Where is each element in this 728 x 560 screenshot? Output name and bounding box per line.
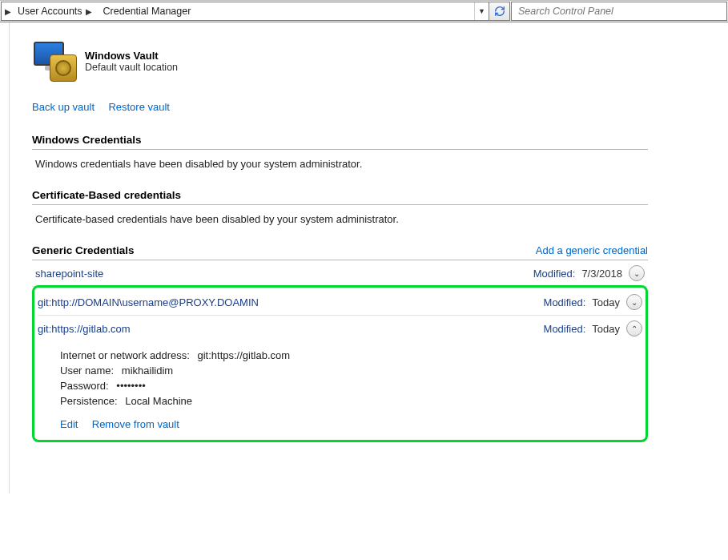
remove-credential-link[interactable]: Remove from vault [92, 418, 179, 430]
credential-actions: Edit Remove from vault [38, 410, 642, 430]
search-box[interactable] [511, 2, 727, 21]
section-generic-credentials: Generic Credentials Add a generic creden… [32, 244, 648, 442]
breadcrumb-parent[interactable]: User Accounts ▶ [11, 2, 97, 20]
refresh-button[interactable] [489, 2, 509, 20]
left-gutter [0, 22, 10, 494]
section-message: Certificate-based credentials have been … [32, 205, 648, 225]
modified-label: Modified: [544, 296, 586, 308]
credential-meta: Modified: Today ⌄ [544, 294, 642, 310]
vault-header-text: Windows Vault Default vault location [85, 50, 178, 73]
credential-name: git:http://DOMAIN\username@PROXY.DOAMIN [38, 296, 259, 308]
collapse-button[interactable]: ⌃ [626, 320, 642, 336]
detail-persistence-value: Local Machine [125, 395, 192, 407]
detail-password-label: Password: [60, 380, 109, 392]
credential-row-sharepoint[interactable]: sharepoint-site Modified: 7/3/2018 ⌄ [32, 260, 648, 287]
vault-links: Back up vault Restore vault [32, 101, 648, 113]
section-header: Generic Credentials Add a generic creden… [32, 244, 648, 260]
add-generic-credential-link[interactable]: Add a generic credential [536, 244, 648, 256]
chevron-down-icon: ⌄ [631, 298, 638, 307]
expand-button[interactable]: ⌄ [626, 294, 642, 310]
detail-user-value: mikhailidim [122, 365, 173, 377]
modified-value: 7/3/2018 [581, 268, 622, 280]
search-input[interactable] [512, 6, 726, 17]
section-title: Certificate-Based credentials [32, 189, 181, 201]
modified-value: Today [592, 296, 620, 308]
modified-label: Modified: [533, 268, 576, 280]
edit-credential-link[interactable]: Edit [60, 418, 78, 430]
vault-icon [32, 40, 77, 82]
main-content: Windows Vault Default vault location Bac… [10, 22, 680, 494]
highlighted-credentials-group: git:http://DOMAIN\username@PROXY.DOAMIN … [32, 285, 648, 442]
vault-subtitle: Default vault location [85, 62, 178, 73]
detail-persistence-label: Persistence: [60, 395, 118, 407]
section-windows-credentials: Windows Credentials Windows credentials … [32, 134, 648, 170]
section-certificate-credentials: Certificate-Based credentials Certificat… [32, 189, 648, 225]
credential-row-git-gitlab[interactable]: git:https://gitlab.com Modified: Today ⌃ [38, 316, 642, 341]
address-dropdown-button[interactable]: ▼ [474, 2, 489, 20]
chevron-down-icon: ⌄ [633, 269, 640, 278]
breadcrumb-current[interactable]: Credential Manager [97, 2, 196, 20]
chevron-right-icon: ▶ [5, 7, 11, 16]
detail-password-value: •••••••• [116, 380, 145, 392]
credential-row-git-proxy[interactable]: git:http://DOMAIN\username@PROXY.DOAMIN … [38, 289, 642, 316]
refresh-icon [494, 6, 505, 17]
credential-meta: Modified: 7/3/2018 ⌄ [533, 265, 645, 281]
section-header: Windows Credentials [32, 134, 648, 150]
breadcrumb-current-label: Credential Manager [103, 6, 191, 17]
section-title: Generic Credentials [32, 244, 135, 256]
vault-title: Windows Vault [85, 50, 178, 62]
restore-vault-link[interactable]: Restore vault [108, 101, 170, 113]
chevron-up-icon: ⌃ [631, 324, 638, 333]
vault-header: Windows Vault Default vault location [32, 40, 648, 82]
credential-name: sharepoint-site [35, 268, 103, 280]
breadcrumb-bar[interactable]: ▶ User Accounts ▶ Credential Manager ▼ [1, 2, 510, 21]
section-message: Windows credentials have been disabled b… [32, 150, 648, 170]
detail-address-value: git:https://gitlab.com [197, 349, 290, 361]
backup-vault-link[interactable]: Back up vault [32, 101, 95, 113]
section-header: Certificate-Based credentials [32, 189, 648, 205]
detail-address-label: Internet or network address: [60, 349, 190, 361]
detail-user-label: User name: [60, 365, 114, 377]
credential-name: git:https://gitlab.com [38, 323, 131, 335]
credential-meta: Modified: Today ⌃ [544, 320, 642, 336]
address-bar-row: ▶ User Accounts ▶ Credential Manager ▼ [0, 0, 728, 22]
credential-details: Internet or network address: git:https:/… [38, 341, 642, 407]
chevron-right-icon: ▶ [86, 7, 92, 16]
breadcrumb-parent-label: User Accounts [18, 6, 82, 17]
expand-button[interactable]: ⌄ [629, 265, 645, 281]
section-title: Windows Credentials [32, 134, 141, 146]
modified-value: Today [592, 323, 620, 335]
modified-label: Modified: [544, 323, 586, 335]
